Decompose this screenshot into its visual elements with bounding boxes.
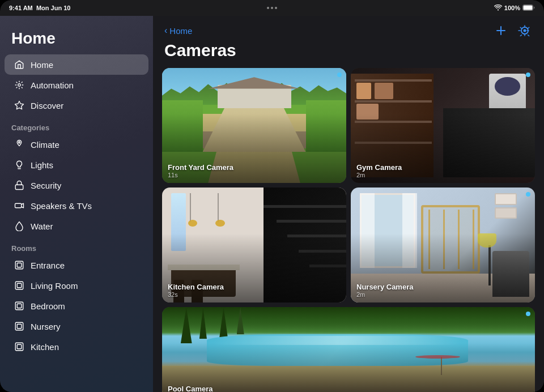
add-button[interactable] xyxy=(493,23,509,39)
svg-rect-6 xyxy=(15,203,22,208)
sidebar-item-kitchen[interactable]: Kitchen xyxy=(5,336,148,357)
lights-icon xyxy=(14,159,25,171)
categories-section-title: Categories xyxy=(0,116,153,134)
svg-rect-12 xyxy=(17,304,22,308)
camera-info-kitchen: Kitchen Camera 32s xyxy=(168,283,224,298)
camera-card-kitchen[interactable]: Kitchen Camera 32s xyxy=(162,188,346,302)
sidebar-item-speakers[interactable]: Speakers & TVs xyxy=(5,195,148,216)
device-frame: 9:41 AM Mon Jun 10 100% xyxy=(0,0,544,392)
svg-rect-13 xyxy=(15,322,23,330)
camera-info-front-yard: Front Yard Camera 11s xyxy=(168,163,233,178)
home-icon xyxy=(14,59,25,70)
sidebar-item-water[interactable]: Water xyxy=(5,216,148,236)
svg-rect-5 xyxy=(15,185,23,189)
sidebar-item-discover-label: Discover xyxy=(31,101,63,110)
camera-grid: Front Yard Camera 11s xyxy=(153,68,544,392)
sidebar-item-climate[interactable]: Climate xyxy=(5,134,148,155)
camera-card-front-yard[interactable]: Front Yard Camera 11s xyxy=(162,68,346,183)
sidebar-item-automation-label: Automation xyxy=(31,80,74,90)
room-kitchen-icon xyxy=(14,341,25,352)
automation-icon xyxy=(14,79,25,91)
rooms-section-title: Rooms xyxy=(0,236,153,255)
svg-rect-1 xyxy=(524,5,533,10)
camera-info-pool: Pool Camera xyxy=(168,385,212,392)
camera-name: Front Yard Camera xyxy=(168,163,233,172)
sidebar-item-kitchen-label: Kitchen xyxy=(31,342,59,352)
main-content: ‹ Home xyxy=(153,16,544,392)
sidebar-item-entrance-label: Entrance xyxy=(31,261,65,270)
sidebar-item-security-label: Security xyxy=(31,181,61,190)
camera-overlay-pool xyxy=(162,307,535,392)
sidebar-item-automation[interactable]: Automation xyxy=(5,75,148,95)
status-time: 9:41 AM Mon Jun 10 xyxy=(9,5,70,11)
settings-button[interactable] xyxy=(517,23,533,39)
sidebar-item-nursery-label: Nursery xyxy=(31,322,61,331)
top-dots xyxy=(267,7,277,9)
room-bedroom-icon xyxy=(14,300,25,312)
sidebar-item-lights[interactable]: Lights xyxy=(5,155,148,175)
sidebar-item-living-room-label: Living Room xyxy=(31,281,78,291)
sidebar-item-speakers-label: Speakers & TVs xyxy=(31,201,92,211)
security-icon xyxy=(14,180,25,191)
main-layout: Home Home Automation xyxy=(0,0,544,392)
sidebar-item-discover[interactable]: Discover xyxy=(5,95,148,116)
room-entrance-icon xyxy=(14,259,25,271)
speakers-icon xyxy=(14,200,25,211)
sidebar: Home Home Automation xyxy=(0,16,153,392)
camera-name-nursery: Nursery Camera xyxy=(356,283,413,291)
back-chevron-icon: ‹ xyxy=(164,25,167,36)
water-icon xyxy=(14,220,25,232)
svg-rect-8 xyxy=(17,263,22,267)
page-title: Cameras xyxy=(153,39,544,68)
content-header: ‹ Home xyxy=(153,16,544,39)
svg-rect-11 xyxy=(15,302,23,310)
svg-rect-10 xyxy=(17,283,22,288)
camera-active-dot xyxy=(337,73,342,77)
sidebar-item-entrance[interactable]: Entrance xyxy=(5,255,148,275)
svg-rect-9 xyxy=(15,282,23,289)
camera-name-kitchen: Kitchen Camera xyxy=(168,283,224,291)
camera-card-gym[interactable]: Gym Camera 2m xyxy=(351,68,535,183)
svg-point-4 xyxy=(19,142,20,143)
sidebar-item-water-label: Water xyxy=(31,221,53,231)
back-label: Home xyxy=(169,26,192,36)
sidebar-item-home-label: Home xyxy=(31,60,53,70)
svg-rect-14 xyxy=(17,324,22,329)
svg-rect-7 xyxy=(15,261,23,269)
room-living-icon xyxy=(14,280,25,291)
camera-time-kitchen: 32s xyxy=(168,291,224,298)
svg-point-2 xyxy=(18,84,21,87)
status-right: 100% xyxy=(494,5,535,12)
sidebar-item-nursery[interactable]: Nursery xyxy=(5,316,148,336)
sidebar-item-living-room[interactable]: Living Room xyxy=(5,275,148,296)
svg-marker-3 xyxy=(15,101,24,109)
climate-icon xyxy=(14,139,25,150)
sidebar-item-climate-label: Climate xyxy=(31,140,60,150)
svg-point-20 xyxy=(524,29,526,32)
svg-rect-15 xyxy=(15,343,23,351)
camera-time: 11s xyxy=(168,172,233,178)
header-actions xyxy=(493,23,533,39)
sidebar-item-bedroom[interactable]: Bedroom xyxy=(5,296,148,316)
camera-name-pool: Pool Camera xyxy=(168,385,212,392)
sidebar-item-security[interactable]: Security xyxy=(5,175,148,195)
sidebar-item-lights-label: Lights xyxy=(31,160,53,170)
camera-time-gym: 2m xyxy=(356,172,402,178)
wifi-icon xyxy=(494,5,502,12)
camera-active-dot-gym xyxy=(526,73,530,77)
camera-info-nursery: Nursery Camera 2m xyxy=(356,283,413,298)
discover-icon xyxy=(14,100,25,111)
camera-info-gym: Gym Camera 2m xyxy=(356,163,402,178)
camera-card-nursery[interactable]: Nursery Camera 2m xyxy=(351,188,535,302)
sidebar-title: Home xyxy=(0,25,153,54)
svg-rect-16 xyxy=(17,344,22,349)
camera-time-nursery: 2m xyxy=(356,291,413,298)
back-nav[interactable]: ‹ Home xyxy=(164,25,192,36)
camera-card-pool[interactable]: Pool Camera xyxy=(162,307,535,392)
status-bar: 9:41 AM Mon Jun 10 100% xyxy=(0,0,544,16)
battery-icon xyxy=(522,5,535,12)
battery-percent: 100% xyxy=(504,5,520,11)
room-nursery-icon xyxy=(14,321,25,332)
sidebar-item-home[interactable]: Home xyxy=(5,54,148,75)
camera-name-gym: Gym Camera xyxy=(356,163,402,172)
